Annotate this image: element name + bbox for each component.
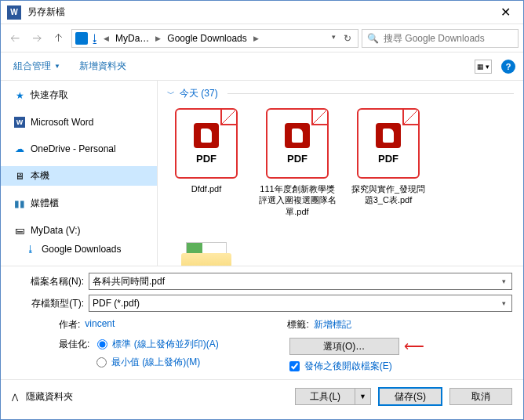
acrobat-icon (376, 123, 401, 148)
sidebar-item-libraries[interactable]: ▮▮媒體櫃 (1, 194, 157, 213)
filetype-label: 存檔類型(T): (12, 297, 84, 310)
group-label: 今天 (37) (180, 87, 218, 100)
acrobat-icon (194, 123, 219, 148)
filename-label: 檔案名稱(N): (12, 275, 84, 288)
view-button[interactable]: ▦ ▾ (475, 60, 492, 74)
sidebar-item-this-pc[interactable]: 🖥本機 (1, 166, 157, 186)
tag-value[interactable]: 新增標記 (314, 318, 351, 331)
filename-input[interactable]: ▾ (89, 273, 512, 290)
annotation-arrow: ⟵ (404, 338, 424, 355)
author-value[interactable]: vincent (85, 318, 115, 331)
expand-icon[interactable]: ⋀ (12, 393, 18, 401)
optimize-standard-radio[interactable] (97, 339, 107, 349)
history-dropdown[interactable]: ▾ (332, 33, 336, 44)
search-field[interactable] (384, 33, 513, 44)
help-button[interactable]: ? (501, 60, 515, 74)
file-name: Dfdf.pdf (167, 183, 246, 194)
group-header[interactable]: ﹀ 今天 (37) (167, 87, 514, 100)
library-icon: ▮▮ (13, 197, 26, 210)
chevron-down-icon[interactable]: ▾ (500, 299, 508, 307)
author-label: 作者: (59, 318, 80, 331)
hide-folders-button[interactable]: 隱藏資料夾 (26, 390, 73, 404)
optimize-min-radio[interactable] (96, 357, 107, 368)
new-folder-button[interactable]: 新增資料夾 (75, 56, 131, 76)
drive-icon: 🖴 (13, 224, 26, 237)
download-icon: ⭳ (24, 243, 37, 255)
chevron-left-icon[interactable]: ◀ (102, 34, 111, 42)
sidebar-item-drive[interactable]: 🖴MyData (V:) (1, 221, 157, 240)
options-button[interactable]: 選項(O)… (289, 338, 399, 355)
forward-button: 🡢 (27, 29, 46, 48)
pdf-thumb: PDF (266, 108, 329, 179)
optimize-min-label[interactable]: 最小值 (線上發佈)(M) (111, 356, 200, 369)
folder-item[interactable]: Earth Day (167, 230, 246, 266)
cancel-button[interactable]: 取消 (449, 388, 512, 405)
download-icon: ⭳ (89, 32, 100, 45)
open-after-checkbox[interactable] (289, 361, 300, 371)
acrobat-icon (285, 123, 310, 148)
sidebar-item-quick-access[interactable]: ★快速存取 (1, 85, 157, 105)
sidebar-item-onedrive[interactable]: ☁OneDrive - Personal (1, 139, 157, 158)
sidebar-item-google-downloads[interactable]: ⭳Google Downloads (1, 240, 157, 259)
breadcrumb-part[interactable]: Google Downloads (164, 31, 249, 45)
file-item[interactable]: PDF 探究與實作_發現問題3_C表.pdf (349, 108, 428, 217)
chevron-down-icon: ﹀ (167, 89, 175, 100)
file-name: 探究與實作_發現問題3_C表.pdf (349, 183, 428, 206)
close-button[interactable]: ✕ (488, 1, 523, 24)
file-list[interactable]: ﹀ 今天 (37) PDF Dfdf.pdf PDF 111年度創新教學獎評選入… (158, 81, 523, 266)
tools-button[interactable]: 工具(L)▼ (295, 388, 371, 405)
folder-thumb (175, 230, 238, 266)
window-title: 另存新檔 (27, 5, 488, 19)
pdf-thumb: PDF (357, 108, 420, 179)
star-icon: ★ (13, 89, 26, 102)
file-item[interactable]: PDF Dfdf.pdf (167, 108, 246, 217)
up-button[interactable]: 🡡 (49, 29, 68, 48)
open-after-label[interactable]: 發佈之後開啟檔案(E) (304, 360, 392, 373)
save-button[interactable]: 儲存(S) (379, 388, 442, 405)
chevron-down-icon: ▼ (355, 388, 371, 405)
drive-icon (75, 32, 88, 45)
chevron-right-icon[interactable]: ▶ (252, 34, 260, 42)
chevron-down-icon[interactable]: ▾ (500, 277, 508, 285)
search-icon: 🔍 (367, 33, 379, 44)
sidebar: ★快速存取 WMicrosoft Word ☁OneDrive - Person… (1, 81, 158, 266)
chevron-right-icon[interactable]: ▶ (154, 34, 162, 42)
word-icon: W (13, 116, 26, 129)
search-input[interactable]: 🔍 (362, 29, 519, 48)
organize-button[interactable]: 組合管理▼ (9, 56, 65, 76)
tag-label: 標籤: (287, 318, 308, 331)
pdf-thumb: PDF (175, 108, 238, 179)
app-icon: W (7, 5, 21, 20)
breadcrumb-part[interactable]: MyDa… (112, 31, 152, 45)
cloud-icon: ☁ (13, 143, 26, 155)
sidebar-item-word[interactable]: WMicrosoft Word (1, 113, 157, 132)
pc-icon: 🖥 (13, 170, 26, 183)
chevron-down-icon: ▼ (54, 63, 60, 70)
optimize-label: 最佳化: (59, 338, 89, 351)
file-name: 111年度創新教學獎評選入圍複選團隊名單.pdf (258, 183, 337, 217)
back-button[interactable]: 🡠 (5, 29, 24, 48)
filetype-select[interactable]: ▾ (89, 295, 512, 312)
breadcrumb[interactable]: ⭳ ◀ MyDa… ▶ Google Downloads ▶ ▾↻ (71, 29, 358, 48)
optimize-standard-label[interactable]: 標準 (線上發佈並列印)(A) (112, 338, 218, 351)
file-item[interactable]: PDF 111年度創新教學獎評選入圍複選團隊名單.pdf (258, 108, 337, 217)
refresh-button[interactable]: ↻ (344, 33, 351, 44)
